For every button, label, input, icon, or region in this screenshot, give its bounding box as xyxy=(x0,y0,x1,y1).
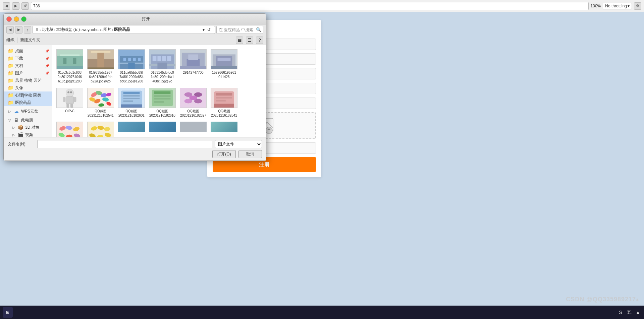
file-item-13[interactable]: QQ截图20231216182701 xyxy=(55,120,85,137)
file-dialog: 打开 ◀ ▶ ↑ 🖥 › 此电脑 › 本地磁盘 (E:) › wuyaohua … xyxy=(3,13,266,161)
breadcrumb-part1[interactable]: 此电脑 xyxy=(42,27,54,33)
search-icon: 🔍 xyxy=(256,27,261,32)
sidebar-item-desktop[interactable]: 📁 桌面 📌 xyxy=(4,47,52,55)
file-item-7[interactable]: OIP-C xyxy=(55,86,85,119)
sidebar-item-videos[interactable]: ▷ 🎬 视频 xyxy=(4,131,52,137)
sidebar-item-3d[interactable]: ▷ 📦 3D 对象 xyxy=(4,124,52,131)
breadcrumb-path[interactable]: 🖥 › 此电脑 › 本地磁盘 (E:) › wuyaohua › 图片 › 医院… xyxy=(33,26,215,34)
file-thumbnail-3 xyxy=(118,49,145,69)
sidebar-item-thispc[interactable]: ▽ 🖥 此电脑 xyxy=(4,116,52,124)
browser-address-bar[interactable]: 736 xyxy=(31,2,589,10)
svg-rect-29 xyxy=(167,56,171,61)
file-item-8[interactable]: QQ截图20231216182541 xyxy=(86,86,115,119)
start-icon: ⊞ xyxy=(6,310,9,315)
file-thumbnail-4 xyxy=(149,49,176,69)
svg-rect-45 xyxy=(66,97,73,104)
sidebar-item-documents[interactable]: 📁 文档 📌 xyxy=(4,62,52,69)
hospital-folder-icon: 📁 xyxy=(8,100,13,105)
sidebar-item-pictures[interactable]: 📁 图片 📌 xyxy=(4,69,52,77)
pc-section: ▽ 🖥 此电脑 ▷ 📦 3D 对象 ▷ 🎬 视频 ▷ 🖼 图片 xyxy=(4,116,52,137)
file-item-4[interactable]: 0163145dbfdc01a801209e1fa1408c.jpg@2o xyxy=(148,48,177,85)
svg-rect-63 xyxy=(123,95,140,97)
browser-refresh-btn[interactable]: ↺ xyxy=(21,2,29,10)
taskbar-right: S 五 ▲ xyxy=(617,309,641,316)
file-item-12[interactable]: QQ截图20231216182641 xyxy=(209,86,239,119)
browser-throttle[interactable]: No throttling ▾ xyxy=(603,3,632,9)
filetype-select[interactable]: 图片文件 xyxy=(215,140,262,148)
taskbar-start[interactable]: ⊞ xyxy=(3,307,13,318)
svg-rect-71 xyxy=(154,98,171,100)
sidebar-label-hospital: 医院药品 xyxy=(15,100,49,106)
file-item-9[interactable]: QQ截图20231216182601 xyxy=(117,86,146,119)
breadcrumb-part4[interactable]: 图片 xyxy=(103,27,111,33)
svg-point-42 xyxy=(66,89,73,97)
toolbar-help-btn[interactable]: ? xyxy=(256,37,263,44)
file-item-17[interactable] xyxy=(178,120,208,134)
svg-rect-48 xyxy=(66,104,69,108)
titlebar-maximize-btn[interactable] xyxy=(21,16,26,22)
svg-rect-39 xyxy=(218,58,231,61)
file-thumbnail-12 xyxy=(211,88,237,108)
file-item-18[interactable] xyxy=(209,120,239,134)
tray-icons: S 五 ▲ xyxy=(617,309,641,316)
browser-settings-btn[interactable]: ⚙ xyxy=(634,2,641,10)
file-item-5[interactable]: 29142747700 xyxy=(178,48,208,85)
breadcrumb-dropdown[interactable]: ▾ xyxy=(203,27,205,32)
file-name-4: 0163145dbfdc01a801209e1fa1408c.jpg@2o xyxy=(151,70,174,83)
toolbar-organize[interactable]: 组织 xyxy=(6,37,14,43)
breadcrumb-part3[interactable]: wuyaohua xyxy=(83,27,101,32)
file-item-10[interactable]: QQ截图20231216182610 xyxy=(148,86,177,119)
zoom-value: 100% xyxy=(591,4,601,8)
titlebar-minimize-btn[interactable] xyxy=(14,16,19,22)
svg-rect-14 xyxy=(88,67,114,69)
sidebar-item-hospital[interactable]: 📁 医院药品 xyxy=(4,99,52,106)
sidebar-item-wps[interactable]: ▷ ☁ WPS云盘 xyxy=(4,108,52,115)
svg-rect-22 xyxy=(128,63,135,69)
breadcrumb-refresh-btn[interactable]: ↺ xyxy=(205,26,213,34)
svg-point-43 xyxy=(67,91,69,93)
file-thumbnail-9 xyxy=(118,88,145,108)
svg-rect-13 xyxy=(97,53,104,69)
videos-expand-icon: ▷ xyxy=(12,133,16,137)
breadcrumb-part2[interactable]: 本地磁盘 (E:) xyxy=(56,27,80,33)
dialog-up-btn[interactable]: ↑ xyxy=(24,26,31,34)
file-item-16[interactable] xyxy=(148,120,177,134)
3d-icon: 📦 xyxy=(18,125,23,130)
downloads-folder-icon: 📁 xyxy=(8,56,13,61)
open-button[interactable]: 打开(O) xyxy=(212,150,236,158)
svg-rect-64 xyxy=(123,98,140,99)
file-name-9: QQ截图20231216182601 xyxy=(118,109,145,118)
file-item-6[interactable]: 1572666195961011426 xyxy=(209,48,239,85)
toolbar-new-folder[interactable]: 新建文件夹 xyxy=(20,37,40,43)
browser-forward-btn[interactable]: ▶ xyxy=(12,2,19,10)
toolbar-view-list-btn[interactable]: ☰ xyxy=(246,37,253,44)
pictures-folder-icon: 📁 xyxy=(8,70,13,76)
sidebar-item-psychology[interactable]: 📁 心理|学校 院类 xyxy=(4,91,52,99)
file-name-2: 01f9335dc12676a801209e1fabb22a.jpg@2o xyxy=(89,70,112,83)
file-item-15[interactable] xyxy=(117,120,146,134)
titlebar-close-btn[interactable] xyxy=(6,16,12,22)
sidebar-item-scenery[interactable]: 📁 风景 植物 园艺 xyxy=(4,77,52,84)
browser-back-btn[interactable]: ◀ xyxy=(3,2,10,10)
sidebar-label-wps: WPS云盘 xyxy=(21,109,49,114)
file-thumbnail-11 xyxy=(180,88,207,108)
toolbar-view-icons-btn[interactable]: ▦ xyxy=(236,37,243,44)
file-item-2[interactable]: 01f9335dc12676a801209e1fabb22a.jpg@2o xyxy=(86,48,115,85)
tray-icon-1: S xyxy=(617,309,624,316)
file-thumbnail-8 xyxy=(87,88,114,108)
filename-input[interactable] xyxy=(37,140,212,148)
dialog-back-btn[interactable]: ◀ xyxy=(6,26,14,34)
file-item-14[interactable]: QQ截图20231216182709 xyxy=(86,120,115,137)
svg-rect-81 xyxy=(216,93,232,95)
browser-zoom: 100% xyxy=(591,4,601,8)
file-name-7: OIP-C xyxy=(65,109,74,113)
sidebar-item-avatar[interactable]: 📁 头像 xyxy=(4,84,52,91)
sidebar-item-downloads[interactable]: 📁 下载 📌 xyxy=(4,55,52,62)
svg-point-78 xyxy=(189,95,197,100)
cancel-button[interactable]: 取消 xyxy=(238,150,262,158)
file-item-1[interactable]: 01cc3c5d1c6030a80120764046618c.jpg@1280w… xyxy=(55,48,85,85)
file-item-3[interactable]: 011da65bbc69f7a8012099c854bc8c.jpg@1280w… xyxy=(117,48,146,85)
dialog-forward-btn[interactable]: ▶ xyxy=(15,26,22,34)
breadcrumb-part5[interactable]: 医院药品 xyxy=(114,27,130,33)
file-item-11[interactable]: QQ截图20231216182627 xyxy=(178,86,208,119)
